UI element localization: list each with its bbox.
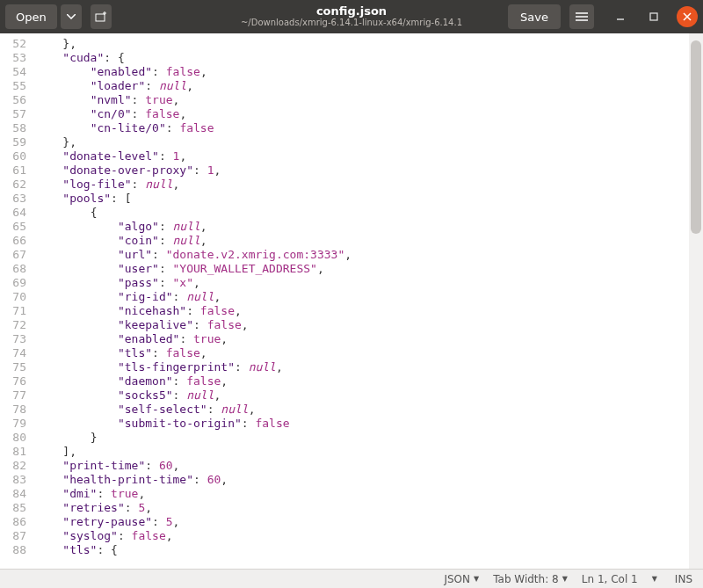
line-number: 63 [0,192,26,206]
vertical-scrollbar[interactable] [689,33,703,569]
code-line[interactable]: "dmi": true, [35,487,703,501]
status-insert-mode[interactable]: ▼ INS [652,573,692,585]
chevron-down-icon: ▼ [562,575,568,583]
line-number: 53 [0,51,26,65]
code-line[interactable]: "enabled": false, [35,65,703,79]
editor-area[interactable]: 5253545556575859606162636465666768697071… [0,33,703,569]
code-line[interactable]: "pass": "x", [35,276,703,290]
line-number: 73 [0,332,26,346]
code-line[interactable]: "syslog": false, [35,529,703,543]
line-number: 70 [0,290,26,304]
code-line[interactable]: "enabled": true, [35,332,703,346]
save-button[interactable]: Save [508,4,561,29]
code-line[interactable]: "donate-over-proxy": 1, [35,163,703,178]
status-filetype-label: JSON [444,573,470,585]
line-number: 74 [0,346,26,360]
close-icon [683,12,692,21]
svg-rect-1 [650,13,657,20]
code-line[interactable]: "cn-lite/0": false [35,121,703,135]
line-number: 81 [0,445,26,459]
code-line[interactable]: "tls": { [35,543,703,557]
code-line[interactable]: "self-select": null, [35,403,703,417]
line-number: 86 [0,515,26,529]
header-right-controls: Save [508,4,698,29]
svg-rect-0 [96,14,105,21]
minimize-button[interactable] [610,6,631,27]
code-line[interactable]: "user": "YOUR_WALLET_ADDRESS", [35,262,703,276]
chevron-down-icon: ▼ [474,575,479,583]
status-cursor-position[interactable]: Ln 1, Col 1 [582,573,638,585]
code-line[interactable]: "loader": null, [35,79,703,93]
maximize-button[interactable] [643,6,664,27]
line-number: 55 [0,79,26,93]
line-number: 57 [0,107,26,121]
line-number: 71 [0,304,26,318]
code-line[interactable]: "coin": null, [35,234,703,248]
code-line[interactable]: "tls": false, [35,346,703,360]
editor-window: Open config.json ~/Downloads/xmrig-6.14.… [0,0,703,588]
header-bar: Open config.json ~/Downloads/xmrig-6.14.… [0,0,703,33]
code-line[interactable]: "retry-pause": 5, [35,515,703,529]
code-line[interactable]: "keepalive": false, [35,318,703,332]
chevron-down-icon [67,14,76,19]
status-filetype[interactable]: JSON ▼ [444,573,479,585]
code-line[interactable]: } [35,431,703,445]
code-line[interactable]: }, [35,135,703,149]
code-line[interactable]: "log-file": null, [35,178,703,192]
line-number-gutter: 5253545556575859606162636465666768697071… [0,33,35,569]
code-line[interactable]: "algo": null, [35,220,703,234]
line-number: 52 [0,37,26,51]
code-line[interactable]: "cuda": { [35,51,703,65]
line-number: 56 [0,93,26,107]
code-line[interactable]: "pools": [ [35,192,703,206]
line-number: 75 [0,360,26,374]
file-path: ~/Downloads/xmrig-6.14.1-linux-x64/xmrig… [241,18,462,28]
code-line[interactable]: "tls-fingerprint": null, [35,360,703,374]
code-line[interactable]: "nicehash": false, [35,304,703,318]
line-number: 65 [0,220,26,234]
code-line[interactable]: ], [35,445,703,459]
status-tabwidth[interactable]: Tab Width: 8 ▼ [493,573,568,585]
line-number: 59 [0,135,26,149]
status-bar: JSON ▼ Tab Width: 8 ▼ Ln 1, Col 1 ▼ INS [0,569,703,588]
maximize-icon [649,12,658,21]
scroll-thumb[interactable] [691,40,701,234]
code-line[interactable]: "health-print-time": 60, [35,473,703,487]
code-line[interactable]: "retries": 5, [35,501,703,515]
code-view[interactable]: }, "cuda": { "enabled": false, "loader":… [35,33,703,569]
open-recent-dropdown[interactable] [61,4,82,29]
line-number: 85 [0,501,26,515]
code-line[interactable]: "rig-id": null, [35,290,703,304]
code-line[interactable]: "url": "donate.v2.xmrig.com:3333", [35,248,703,262]
code-line[interactable]: "socks5": null, [35,388,703,403]
code-line[interactable]: "submit-to-origin": false [35,417,703,431]
hamburger-menu-button[interactable] [569,4,594,29]
line-number: 67 [0,248,26,262]
new-tab-icon [95,11,107,22]
line-number: 80 [0,431,26,445]
code-line[interactable]: "print-time": 60, [35,459,703,473]
status-tabwidth-label: Tab Width: 8 [493,573,558,585]
code-line[interactable]: "donate-level": 1, [35,149,703,163]
file-title: config.json [241,5,462,18]
code-line[interactable]: { [35,206,703,220]
status-position-label: Ln 1, Col 1 [582,573,638,585]
line-number: 78 [0,403,26,417]
line-number: 66 [0,234,26,248]
line-number: 68 [0,262,26,276]
code-line[interactable]: }, [35,37,703,51]
hamburger-icon [576,12,588,21]
new-document-button[interactable] [91,4,112,29]
code-line[interactable]: "daemon": false, [35,374,703,388]
line-number: 61 [0,163,26,178]
line-number: 88 [0,543,26,557]
minimize-icon [616,12,625,21]
code-line[interactable]: "nvml": true, [35,93,703,107]
code-line[interactable]: "cn/0": false, [35,107,703,121]
close-button[interactable] [677,6,698,27]
line-number: 83 [0,473,26,487]
line-number: 84 [0,487,26,501]
open-button[interactable]: Open [5,4,57,29]
line-number: 58 [0,121,26,135]
line-number: 76 [0,374,26,388]
